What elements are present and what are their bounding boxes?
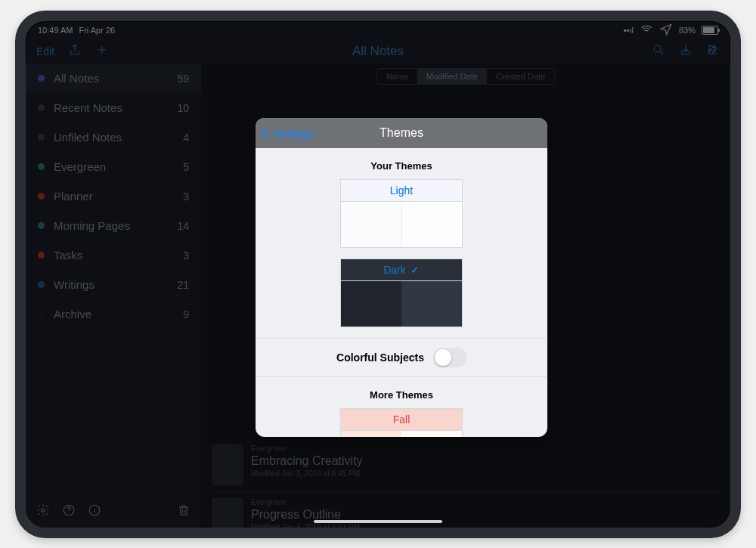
theme-label-fall: Fall [393, 413, 411, 426]
ipad-frame: •• 10:49 AM Fri Apr 26 ••ıl 83% [15, 11, 741, 538]
theme-label-light: Light [390, 184, 413, 197]
back-label: Settings [273, 127, 314, 140]
home-indicator[interactable] [314, 520, 442, 523]
popover-navbar: Settings Themes [256, 118, 547, 148]
popover-title: Themes [380, 126, 423, 140]
colorful-subjects-switch[interactable] [433, 348, 466, 367]
theme-label-dark: Dark [383, 264, 406, 276]
chevron-back-icon [262, 127, 274, 139]
screen: 10:49 AM Fri Apr 26 ••ıl 83% [26, 21, 730, 528]
colorful-subjects-row: Colorful Subjects [256, 338, 547, 377]
section-your-themes: Your Themes [256, 160, 547, 172]
theme-card-light[interactable]: Light [340, 179, 463, 248]
themes-popover: Settings Themes Your Themes Light Dark ✓ [256, 118, 547, 437]
checkmark-icon: ✓ [411, 264, 420, 276]
theme-card-fall[interactable]: Fall [340, 408, 463, 437]
colorful-subjects-label: Colorful Subjects [336, 351, 424, 364]
theme-card-dark[interactable]: Dark ✓ [340, 259, 463, 327]
back-button[interactable]: Settings [263, 127, 314, 140]
section-more-themes: More Themes [256, 389, 547, 401]
